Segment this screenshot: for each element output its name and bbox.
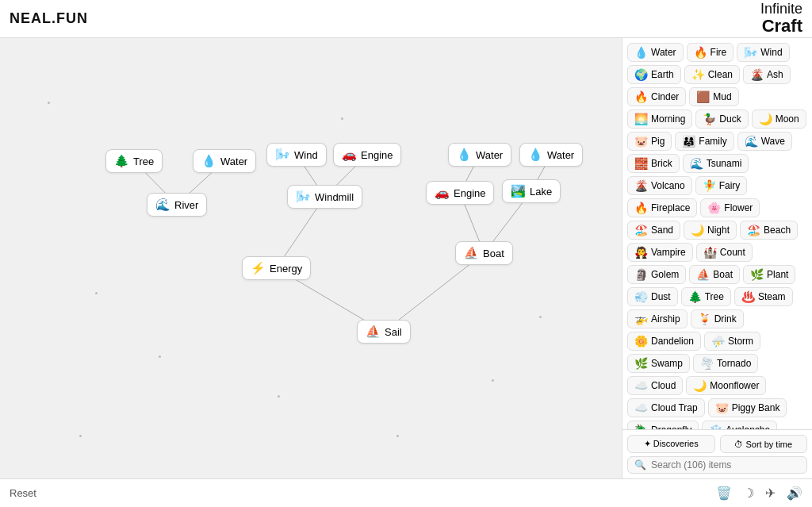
craft-node-engine1[interactable]: 🚗Engine (333, 143, 401, 167)
sidebar-item[interactable]: 🐷Piggy Bank (708, 398, 787, 417)
node-label: Windmill (315, 191, 354, 203)
item-icon: 🏖️ (634, 224, 648, 236)
item-label: Tree (705, 291, 724, 302)
item-icon: 🧚 (703, 179, 716, 192)
bottom-icons: 🗑️ ☽ ✈ 🔊 (716, 486, 802, 501)
sidebar-item[interactable]: ⛈️Storm (704, 332, 760, 351)
item-label: Pig (651, 136, 665, 147)
sidebar-item[interactable]: ❄️Avalanche (702, 421, 777, 429)
sidebar-item[interactable]: 🌪️Tornado (693, 354, 758, 373)
sidebar-item[interactable]: 🌙Moon (752, 109, 806, 129)
sidebar-item[interactable]: 🌿Plant (743, 265, 795, 284)
item-icon: 🚁 (634, 313, 648, 325)
sidebar-item[interactable]: 🌙Moonflower (686, 376, 766, 395)
sidebar-item[interactable]: ♨️Steam (734, 287, 793, 306)
item-label: Airship (651, 313, 680, 325)
craft-node-boat[interactable]: ⛵Boat (455, 241, 513, 265)
item-icon: 🐷 (634, 135, 648, 148)
sidebar-item[interactable]: 🦆Duck (695, 109, 748, 129)
craft-node-river[interactable]: 🌊River (147, 193, 207, 217)
craft-node-tree[interactable]: 🌲Tree (105, 149, 163, 173)
sidebar-item[interactable]: 🌅Morning (627, 109, 692, 129)
node-icon: 🌲 (114, 154, 129, 168)
craft-node-water1[interactable]: 💧Water (193, 149, 256, 173)
item-icon: 🏰 (703, 246, 717, 259)
sidebar-item[interactable]: 🌋Ash (743, 65, 791, 84)
item-label: Morning (651, 113, 685, 125)
craft-node-engine2[interactable]: 🚗Engine (426, 181, 494, 205)
bottom-bar: Reset 🗑️ ☽ ✈ 🔊 (0, 478, 812, 507)
item-label: Moon (776, 113, 799, 125)
item-label: Steam (758, 291, 786, 302)
sidebar-item[interactable]: 🌲Tree (681, 287, 731, 306)
sidebar-item[interactable]: 🌸Flower (700, 198, 760, 217)
item-label: Count (720, 247, 745, 258)
sidebar-item[interactable]: 🏖️Beach (740, 221, 798, 240)
sidebar-item[interactable]: 🌊Tsunami (683, 154, 749, 173)
craft-node-windmill[interactable]: 🌬️Windmill (287, 185, 362, 209)
sidebar-item[interactable]: 🧛Vampire (627, 243, 693, 262)
sidebar-item[interactable]: 🌊Wave (737, 132, 792, 151)
sidebar-item[interactable]: 🔥Cinder (627, 87, 686, 106)
node-icon: 💧 (457, 148, 472, 162)
node-label: Wind (294, 149, 318, 161)
sidebar-item[interactable]: 🌼Dandelion (627, 332, 701, 351)
sidebar-item[interactable]: 🏰Count (696, 243, 753, 262)
item-icon: 🍹 (698, 313, 711, 325)
sidebar-item[interactable]: 🏖️Sand (627, 221, 680, 240)
item-icon: ❄️ (709, 424, 722, 429)
sound-icon[interactable]: 🔊 (787, 486, 802, 501)
item-icon: 🌅 (634, 113, 648, 125)
trash-icon[interactable]: 🗑️ (716, 486, 732, 501)
discoveries-button[interactable]: ✦ Discoveries (627, 435, 715, 453)
sidebar-item[interactable]: 🌋Volcano (627, 176, 692, 195)
item-label: Golem (651, 269, 679, 280)
canvas-area[interactable]: 🌲Tree💧Water🌬️Wind🚗Engine💧Water💧Water🌊Riv… (0, 38, 622, 478)
item-label: Wind (760, 47, 782, 58)
node-icon: 💧 (528, 148, 543, 162)
sidebar-item[interactable]: 🚁Airship (627, 309, 688, 328)
sidebar-item[interactable]: 🌿Swamp (627, 354, 690, 373)
node-icon: 🌬️ (275, 148, 290, 162)
sidebar-item[interactable]: 🧚Fairy (695, 176, 748, 195)
share-icon[interactable]: ✈ (765, 486, 776, 501)
sidebar-item[interactable]: 👨‍👩‍👧Family (675, 132, 733, 151)
item-label: Brick (651, 158, 672, 169)
craft-node-lake[interactable]: 🏞️Lake (502, 179, 561, 203)
sidebar-item[interactable]: 🔥Fireplace (627, 198, 697, 217)
craft-node-water3[interactable]: 💧Water (519, 143, 583, 167)
sidebar-item[interactable]: ☁️Cloud Trap (627, 398, 705, 417)
moon-icon[interactable]: ☽ (743, 486, 754, 501)
search-input[interactable] (651, 459, 800, 471)
item-icon: 🌊 (690, 157, 703, 170)
craft-node-sail[interactable]: ⛵Sail (357, 320, 411, 344)
reset-button[interactable]: Reset (10, 487, 36, 499)
sidebar-item[interactable]: ✨Clean (684, 65, 740, 84)
item-icon: 🦆 (703, 113, 716, 125)
sidebar-item[interactable]: 🍹Drink (691, 309, 744, 328)
search-bar: 🔍 (627, 456, 807, 474)
sidebar-item[interactable]: 🔥Fire (687, 43, 734, 62)
craft-node-energy[interactable]: ⚡Energy (242, 256, 311, 280)
sidebar-item[interactable]: 🌬️Wind (737, 43, 789, 62)
sidebar-item[interactable]: 🐷Pig (627, 132, 672, 151)
item-label: Sand (651, 225, 673, 236)
sort-button[interactable]: ⏱ Sort by time (720, 435, 808, 453)
sidebar-item[interactable]: 💨Dust (627, 287, 678, 306)
sidebar-item[interactable]: 💧Water (627, 43, 684, 62)
sidebar-item[interactable]: 🪲Dragonfly (627, 421, 699, 429)
sidebar-item[interactable]: ⛵Boat (689, 265, 740, 284)
sidebar-item[interactable]: 🌙Night (684, 221, 737, 240)
node-icon: 🌊 (155, 198, 170, 212)
item-icon: ♨️ (741, 290, 755, 303)
craft-node-water2[interactable]: 💧Water (448, 143, 511, 167)
sidebar-item[interactable]: 🗿Golem (627, 265, 686, 284)
item-icon: 🌍 (634, 68, 648, 81)
sidebar-item[interactable]: 🧱Brick (627, 154, 680, 173)
node-label: Engine (361, 149, 393, 161)
sidebar-item[interactable]: 🟫Mud (689, 87, 738, 106)
craft-node-wind[interactable]: 🌬️Wind (266, 143, 327, 167)
item-icon: ⛈️ (711, 335, 725, 348)
sidebar-item[interactable]: 🌍Earth (627, 65, 681, 84)
sidebar-item[interactable]: ☁️Cloud (627, 376, 683, 395)
